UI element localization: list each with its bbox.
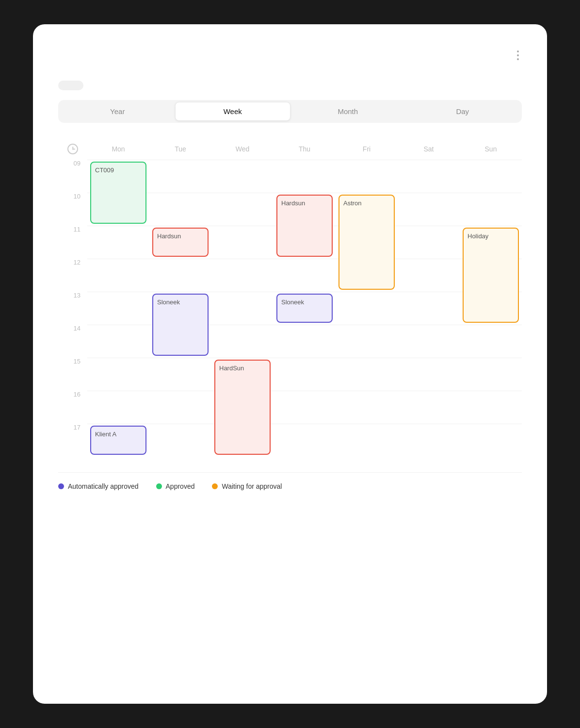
tab-day[interactable]: Day [405,102,520,121]
day-header-sat: Sat [398,138,460,160]
toolbar [58,81,522,90]
day-cell [87,358,149,391]
time-slot-09: 09 [58,160,87,193]
day-cell [87,259,149,292]
time-slot-14: 14 [58,325,87,358]
day-cell [460,160,522,193]
day-cell [274,391,336,424]
day-cell [460,424,522,457]
day-cell [336,160,398,193]
day-cell [398,292,460,325]
event-block[interactable]: Holiday [463,228,519,323]
day-cell [460,325,522,358]
day-cell [336,358,398,391]
day-header-mon: Mon [87,138,149,160]
clock-icon [67,144,78,154]
more-options-button[interactable] [514,48,522,63]
tab-week[interactable]: Week [175,102,291,121]
day-cell [398,226,460,259]
day-cell [211,193,274,226]
day-header-tue: Tue [149,138,211,160]
day-cell [274,424,336,457]
day-cell [211,292,274,325]
time-slot-12: 12 [58,259,87,292]
legend-dot [156,483,162,489]
day-cell [149,259,211,292]
day-header-thu: Thu [274,138,336,160]
time-slot-16: 16 [58,391,87,424]
day-col-tue: HardsunSloneek [149,160,211,457]
day-header-sun: Sun [460,138,522,160]
event-block[interactable]: Sloneek [152,294,209,356]
day-cell [87,391,149,424]
day-cell [336,292,398,325]
event-block[interactable]: HardSun [214,360,271,455]
legend-dot [212,483,218,489]
time-slot-15: 15 [58,358,87,391]
day-cell [211,226,274,259]
day-cell [274,325,336,358]
event-block[interactable]: Sloneek [276,294,333,323]
day-cell [87,292,149,325]
day-cell [398,325,460,358]
legend-item: Automatically approved [58,482,139,490]
event-block[interactable]: Astron [338,195,395,290]
days-grid: MonTueWedThuFriSatSunCT009Klient AHardsu… [87,138,522,457]
day-cell [460,391,522,424]
day-cell [398,259,460,292]
legend-item: Waiting for approval [212,482,282,490]
day-cell [211,259,274,292]
day-cell [274,259,336,292]
day-cell [149,424,211,457]
day-cell [149,391,211,424]
time-column: 091011121314151617 [58,138,87,457]
day-col-fri: Astron [336,160,398,457]
day-cell [211,160,274,193]
tab-year[interactable]: Year [60,102,175,121]
day-cell [336,391,398,424]
tab-month[interactable]: Month [290,102,405,121]
day-cell [274,160,336,193]
today-button[interactable] [58,81,83,90]
event-block[interactable]: CT009 [90,162,146,224]
day-col-wed: HardSun [211,160,274,457]
legend-label: Automatically approved [68,482,139,490]
day-cell [274,358,336,391]
legend-label: Waiting for approval [222,482,282,490]
day-cell [211,325,274,358]
legend-label: Approved [166,482,195,490]
time-slots: 091011121314151617 [58,160,87,457]
day-cell [460,193,522,226]
calendar-area: 091011121314151617 MonTueWedThuFriSatSun… [58,138,522,457]
day-cell [87,226,149,259]
day-header-fri: Fri [336,138,398,160]
day-cell [398,358,460,391]
legend: Automatically approvedApprovedWaiting fo… [58,472,522,490]
day-cell [149,160,211,193]
clock-header [58,138,87,160]
day-col-sat [398,160,460,457]
time-slot-13: 13 [58,292,87,325]
event-block[interactable]: Hardsun [276,195,333,257]
day-cell [87,325,149,358]
time-slot-11: 11 [58,226,87,259]
time-slot-17: 17 [58,424,87,457]
day-col-mon: CT009Klient A [87,160,149,457]
day-cell [149,358,211,391]
day-cell [336,424,398,457]
legend-item: Approved [156,482,195,490]
day-cell [398,193,460,226]
event-block[interactable]: Klient A [90,426,146,455]
calendar-card: YearWeekMonthDay 091011121314151617 MonT… [33,24,547,704]
time-slot-10: 10 [58,193,87,226]
day-header-wed: Wed [211,138,274,160]
legend-dot [58,483,64,489]
header [58,48,522,63]
day-col-sun: Holiday [460,160,522,457]
event-block[interactable]: Hardsun [152,228,209,257]
day-cell [460,358,522,391]
day-cell [336,325,398,358]
day-cell [398,424,460,457]
day-cell [398,391,460,424]
day-cell [149,193,211,226]
